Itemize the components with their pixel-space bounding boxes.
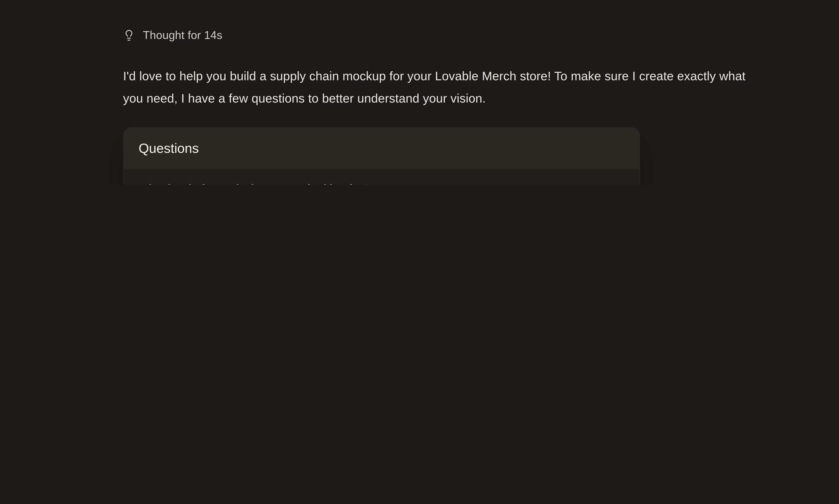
lightbulb-icon — [123, 29, 135, 41]
chat-message-view: Thought for 14s I'd love to help you bui… — [0, 0, 839, 184]
assistant-message-text: I'd love to help you build a supply chai… — [123, 65, 749, 110]
questions-card-title: Questions — [124, 128, 640, 169]
question-text: What level of complexity are you looking… — [139, 182, 616, 184]
questions-card-body: What level of complexity are you looking… — [124, 169, 640, 184]
thought-toggle[interactable]: Thought for 14s — [123, 29, 749, 42]
questions-card: Questions What level of complexity are y… — [123, 127, 640, 184]
thought-duration-label: Thought for 14s — [143, 29, 222, 42]
